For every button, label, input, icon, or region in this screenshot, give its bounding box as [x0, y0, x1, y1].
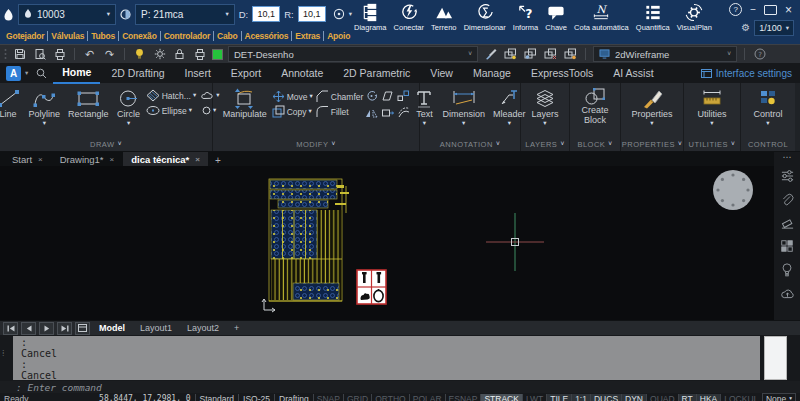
d-input[interactable]: [252, 6, 280, 22]
text-button[interactable]: Text ▾: [411, 85, 437, 126]
layer-walk-button[interactable]: [523, 47, 538, 61]
dimension-button[interactable]: Dimension ▾: [439, 85, 488, 126]
tool-chave[interactable]: Chave: [543, 1, 569, 43]
menu-item-extras[interactable]: Extras: [291, 31, 323, 41]
status-toggle[interactable]: SNAP: [313, 394, 343, 401]
search-icon[interactable]: [36, 68, 47, 79]
tab-2d-drafting[interactable]: 2D Drafting: [102, 63, 173, 83]
command-history[interactable]: : Cancel : Cancel: [13, 336, 760, 380]
tab-annotate[interactable]: Annotate: [272, 63, 332, 83]
restore-button[interactable]: [764, 5, 777, 15]
status-style[interactable]: Standard: [195, 394, 239, 401]
panel-footer-utilities[interactable]: UTILITIES˅: [684, 138, 740, 151]
chevron-down-icon[interactable]: ▾: [25, 70, 28, 77]
emitter-code-combo[interactable]: 10003 ▾: [18, 4, 116, 25]
close-icon[interactable]: ×: [195, 155, 200, 164]
panel-footer-annotation[interactable]: ANNOTATION˅: [420, 138, 520, 151]
command-window[interactable]: ⁞ : Cancel : Cancel: [0, 335, 800, 381]
doc-tab-dica-tecnica[interactable]: dica técnica*×: [123, 152, 208, 166]
interface-settings-button[interactable]: Interface settings: [701, 63, 792, 83]
match-properties-button[interactable]: [483, 47, 498, 61]
trim-icon[interactable]: [381, 90, 396, 106]
help-button[interactable]: ?: [729, 3, 742, 16]
menu-item-gotejador[interactable]: Gotejador: [3, 31, 47, 41]
chamfer-button[interactable]: Chamfer: [315, 89, 364, 104]
panel-footer-properties[interactable]: PROPERTIES˅: [621, 138, 683, 151]
line-button[interactable]: Line: [0, 85, 24, 120]
selection-filter-combo[interactable]: None ▾: [762, 393, 796, 401]
panel-footer-layers[interactable]: LAYERS˅: [521, 138, 569, 151]
menu-item-cabo[interactable]: Cabo: [213, 31, 240, 41]
tool-visualplan[interactable]: VisualPlan: [675, 1, 714, 43]
status-toggle[interactable]: TILE: [546, 394, 571, 401]
close-icon[interactable]: ×: [110, 155, 115, 164]
layer-color-swatch[interactable]: [212, 49, 223, 60]
drawing-canvas[interactable]: [0, 166, 774, 320]
new-layout-button[interactable]: +: [228, 323, 245, 333]
point-icon[interactable]: [202, 106, 211, 115]
create-block-button[interactable]: Create Block: [578, 85, 611, 126]
tool-cota-automatica[interactable]: N Cota automática: [572, 1, 631, 43]
layer-freeze-icon[interactable]: [152, 47, 167, 61]
preview-button[interactable]: [32, 47, 47, 61]
first-tab-button[interactable]: [3, 322, 18, 335]
panel-footer-control[interactable]: CONTROL: [741, 138, 795, 151]
close-icon[interactable]: ×: [38, 155, 43, 164]
status-toggle[interactable]: QUAD: [646, 394, 678, 401]
calibrate-icon[interactable]: [780, 216, 795, 230]
app-logo[interactable]: A: [6, 66, 21, 81]
blocks-grid-icon[interactable]: [780, 239, 794, 253]
status-toggle[interactable]: DUCS: [590, 394, 621, 401]
command-prompt[interactable]: : Enter command: [0, 381, 800, 393]
balloon-icon[interactable]: [780, 262, 794, 278]
status-toggle[interactable]: 1:1: [571, 394, 590, 401]
tab-view[interactable]: View: [421, 63, 462, 83]
status-dim-style[interactable]: ISO-25: [238, 394, 274, 401]
layers-button[interactable]: Layers ▾: [528, 85, 561, 126]
target-icon[interactable]: [333, 8, 345, 20]
layer-on-icon[interactable]: [132, 47, 147, 61]
layer-combo[interactable]: DET-Desenho ˅: [228, 46, 478, 62]
r-input[interactable]: [298, 6, 326, 22]
doc-tab-start[interactable]: Start×: [4, 152, 51, 166]
hatch-button[interactable]: Hatch... ▾ ▾: [146, 88, 220, 103]
menu-item-apoio[interactable]: Apoio: [323, 31, 353, 41]
print-button[interactable]: [52, 47, 67, 61]
help-circle-icon[interactable]: ?: [752, 47, 767, 61]
doc-tab-drawing1[interactable]: Drawing1*×: [52, 152, 123, 166]
manipulate-button[interactable]: Manipulate: [220, 85, 270, 120]
status-coordinates[interactable]: 58.8447, 17.2981, 0: [95, 394, 195, 401]
prev-tab-button[interactable]: [21, 322, 36, 335]
tool-informa[interactable]: ? Informa: [511, 1, 540, 43]
tab-insert[interactable]: Insert: [176, 63, 220, 83]
command-grip-icon[interactable]: ⁞: [2, 349, 5, 357]
panel-footer-block[interactable]: BLOCK˅: [570, 138, 620, 151]
move-button[interactable]: Move ▾: [272, 89, 313, 104]
ellipsis-icon[interactable]: ⋯: [783, 154, 792, 160]
array-icon[interactable]: [397, 90, 412, 106]
status-toggle[interactable]: GRID: [343, 394, 371, 401]
pressure-combo[interactable]: P: 21mca ▾: [135, 4, 235, 25]
minimize-button[interactable]: −: [750, 5, 756, 15]
tool-dimensionar[interactable]: Dimensionar: [462, 1, 508, 43]
visual-style-combo[interactable]: 2dWireframe ˅: [593, 46, 737, 62]
properties-button[interactable]: Properties ▾: [628, 85, 675, 126]
fillet-button[interactable]: Fillet: [315, 104, 364, 119]
status-workspace[interactable]: Drafting: [274, 394, 313, 401]
utilities-button[interactable]: Utilities ▾: [694, 85, 729, 126]
panel-footer-modify[interactable]: MODIFY˅: [213, 138, 419, 151]
tool-quantifica[interactable]: Quantifica: [634, 1, 672, 43]
command-scrollbar[interactable]: [764, 336, 787, 380]
rotate-icon[interactable]: [365, 90, 380, 106]
tab-expresstools[interactable]: ExpressTools: [522, 63, 602, 83]
adjustments-icon[interactable]: [780, 169, 795, 183]
polyline-button[interactable]: Polyline ▾: [26, 85, 64, 126]
status-toggle[interactable]: STRACK: [480, 394, 521, 401]
tab-manage[interactable]: Manage: [464, 63, 520, 83]
offset-icon[interactable]: [397, 107, 412, 123]
tool-conectar[interactable]: Conectar: [392, 1, 426, 43]
redo-button[interactable]: ↷: [102, 47, 117, 61]
status-toggle[interactable]: DYN: [621, 394, 646, 401]
tab-export[interactable]: Export: [222, 63, 270, 83]
layer-lock-icon[interactable]: [172, 47, 187, 61]
